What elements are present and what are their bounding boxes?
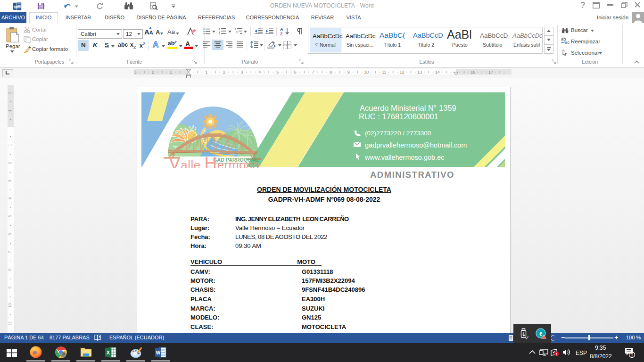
svg-text:(02)2773220 / 2773300: (02)2773220 / 2773300	[365, 130, 431, 137]
svg-text:i: i	[238, 32, 238, 34]
svg-text:gadprvallehermoso@hotmail.com: gadprvallehermoso@hotmail.com	[365, 141, 467, 149]
svg-text:4: 4	[8, 197, 12, 199]
svg-text:W: W	[156, 350, 161, 355]
svg-text:1: 1	[170, 70, 172, 74]
svg-text:2: 2	[223, 70, 225, 74]
svg-text:1: 1	[8, 144, 12, 146]
svg-text:!: !	[544, 336, 545, 338]
svg-text:11: 11	[8, 321, 12, 325]
svg-text:8: 8	[8, 268, 12, 271]
svg-text:e: e	[539, 330, 542, 337]
svg-text:1: 1	[205, 70, 207, 74]
svg-text:3: 3	[241, 70, 243, 74]
svg-text:16: 16	[471, 70, 475, 74]
svg-text:2: 2	[8, 91, 12, 94]
svg-text:6: 6	[8, 233, 12, 235]
svg-text:6: 6	[294, 70, 297, 74]
svg-text:4: 4	[258, 70, 261, 74]
svg-text:X: X	[107, 350, 110, 355]
svg-text:5: 5	[8, 215, 12, 217]
svg-text:3: 3	[8, 180, 12, 182]
svg-text:www.vallehermoso.gob.ec: www.vallehermoso.gob.ec	[364, 154, 444, 161]
svg-text:3: 3	[134, 70, 136, 74]
svg-text:5: 5	[276, 70, 279, 74]
svg-text:8: 8	[330, 70, 332, 74]
svg-text:9: 9	[347, 70, 350, 74]
svg-text:!: !	[556, 352, 557, 356]
svg-text:7: 7	[312, 70, 314, 74]
svg-text:2: 2	[8, 162, 12, 164]
svg-text:10: 10	[8, 303, 12, 308]
svg-text:17: 17	[488, 70, 493, 74]
svg-text:2: 2	[152, 70, 154, 74]
svg-text:7: 7	[8, 251, 12, 253]
svg-text:11: 11	[382, 70, 386, 74]
svg-text:12: 12	[399, 70, 404, 74]
svg-text:1: 1	[631, 353, 633, 357]
svg-text:1: 1	[8, 109, 12, 112]
svg-text:9: 9	[8, 286, 12, 288]
svg-text:3: 3	[219, 32, 220, 34]
svg-text:Acuerdo Ministerial N° 1359: Acuerdo Ministerial N° 1359	[360, 104, 456, 112]
svg-text:W: W	[14, 5, 18, 9]
svg-text:13: 13	[417, 70, 422, 74]
svg-text:14: 14	[435, 70, 440, 74]
svg-text:RUC : 1768120600001: RUC : 1768120600001	[359, 112, 438, 121]
svg-text:10: 10	[364, 70, 369, 74]
